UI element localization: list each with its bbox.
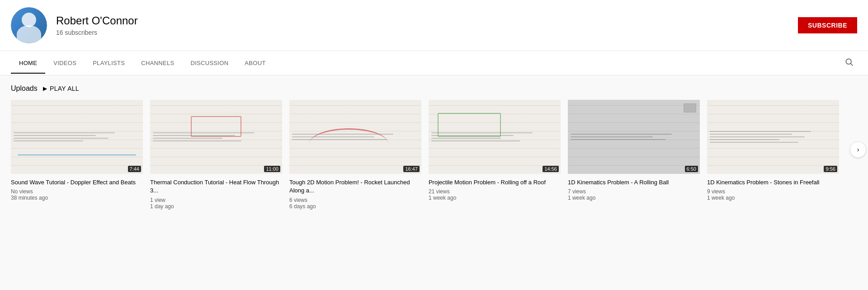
view-count-2: 1 view	[150, 197, 282, 203]
duration-badge-4: 14:56	[542, 166, 559, 172]
video-meta-5: 7 views 1 week ago	[568, 188, 700, 201]
subscriber-count: 16 subscribers	[56, 29, 798, 36]
duration-badge-5: 6:50	[685, 166, 698, 172]
play-icon: ▶	[43, 85, 47, 92]
search-icon[interactable]	[841, 51, 857, 75]
time-ago-3: 6 days ago	[289, 203, 421, 210]
main-content: Uploads ▶ PLAY ALL 7:44 Sound Wave Tutor	[0, 75, 868, 219]
video-meta-4: 21 views 1 week ago	[429, 188, 561, 201]
section-title: Uploads	[11, 84, 38, 93]
svg-line-1	[851, 64, 853, 66]
video-meta-1: No views 38 minutes ago	[11, 188, 143, 201]
section-header: Uploads ▶ PLAY ALL	[11, 84, 857, 93]
channel-nav: HOME VIDEOS PLAYLISTS CHANNELS DISCUSSIO…	[0, 51, 868, 75]
channel-header: Robert O'Connor 16 subscribers SUBSCRIBE	[0, 0, 868, 51]
play-all-button[interactable]: ▶ PLAY ALL	[43, 85, 79, 92]
subscribe-button[interactable]: SUBSCRIBE	[798, 17, 857, 33]
view-count-3: 6 views	[289, 197, 421, 203]
tab-home[interactable]: HOME	[11, 53, 45, 74]
duration-badge-1: 7:44	[128, 166, 141, 172]
tab-playlists[interactable]: PLAYLISTS	[85, 53, 133, 74]
channel-info: Robert O'Connor 16 subscribers	[56, 14, 798, 36]
video-title-4: Projectile Motion Problem - Rolling off …	[429, 178, 561, 187]
tab-about[interactable]: ABOUT	[236, 53, 274, 74]
video-meta-2: 1 view 1 day ago	[150, 197, 282, 210]
view-count-5: 7 views	[568, 188, 700, 195]
video-card-5[interactable]: 6:50 1D Kinematics Problem - A Rolling B…	[568, 100, 700, 201]
time-ago-5: 1 week ago	[568, 195, 700, 201]
time-ago-6: 1 week ago	[707, 195, 839, 201]
tab-videos[interactable]: VIDEOS	[45, 53, 85, 74]
thumbnail-3: 16:47	[289, 100, 421, 174]
play-all-label: PLAY ALL	[50, 85, 79, 92]
svg-point-0	[846, 59, 851, 64]
tab-discussion[interactable]: DISCUSSION	[182, 53, 236, 74]
duration-badge-6: 9:56	[824, 166, 837, 172]
video-title-3: Tough 2D Motion Problem! - Rocket Launch…	[289, 178, 421, 195]
thumbnail-6: 9:56	[707, 100, 839, 174]
avatar	[11, 7, 47, 43]
video-card-6[interactable]: 9:56 1D Kinematics Problem - Stones in F…	[707, 100, 839, 201]
view-count-4: 21 views	[429, 188, 561, 195]
duration-badge-2: 11:00	[264, 166, 280, 172]
video-grid: 7:44 Sound Wave Tutorial - Doppler Effec…	[11, 100, 857, 210]
video-title-5: 1D Kinematics Problem - A Rolling Ball	[568, 178, 700, 187]
view-count-1: No views	[11, 188, 143, 195]
thumbnail-1: 7:44	[11, 100, 143, 174]
time-ago-2: 1 day ago	[150, 203, 282, 210]
time-ago-4: 1 week ago	[429, 195, 561, 201]
video-meta-3: 6 views 6 days ago	[289, 197, 421, 210]
next-arrow[interactable]: ›	[850, 141, 866, 158]
video-card-3[interactable]: 16:47 Tough 2D Motion Problem! - Rocket …	[289, 100, 421, 210]
video-title-6: 1D Kinematics Problem - Stones in Freefa…	[707, 178, 839, 187]
thumbnail-4: 14:56	[429, 100, 561, 174]
video-meta-6: 9 views 1 week ago	[707, 188, 839, 201]
channel-name: Robert O'Connor	[56, 14, 798, 27]
video-card-2[interactable]: 11:00 Thermal Conduction Tutorial - Heat…	[150, 100, 282, 210]
view-count-6: 9 views	[707, 188, 839, 195]
video-card-1[interactable]: 7:44 Sound Wave Tutorial - Doppler Effec…	[11, 100, 143, 201]
duration-badge-3: 16:47	[403, 166, 420, 172]
time-ago-1: 38 minutes ago	[11, 195, 143, 201]
tab-channels[interactable]: CHANNELS	[133, 53, 182, 74]
thumbnail-5: 6:50	[568, 100, 700, 174]
video-title-2: Thermal Conduction Tutorial - Heat Flow …	[150, 178, 282, 195]
video-card-4[interactable]: 14:56 Projectile Motion Problem - Rollin…	[429, 100, 561, 201]
thumbnail-2: 11:00	[150, 100, 282, 174]
video-title-1: Sound Wave Tutorial - Doppler Effect and…	[11, 178, 143, 187]
